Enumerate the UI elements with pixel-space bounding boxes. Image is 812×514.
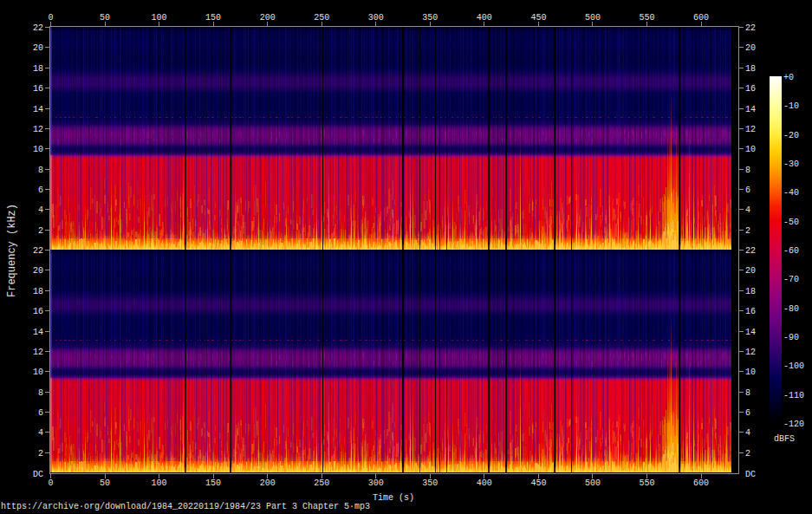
svg-text:450: 450: [530, 13, 546, 23]
svg-text:-110: -110: [783, 391, 804, 400]
svg-text:6: 6: [745, 185, 750, 195]
svg-text:8: 8: [38, 388, 43, 398]
svg-text:22: 22: [745, 246, 756, 256]
svg-text:350: 350: [422, 478, 438, 488]
svg-text:-120: -120: [783, 420, 804, 429]
svg-text:16: 16: [33, 307, 43, 316]
svg-text:-80: -80: [783, 304, 799, 314]
svg-text:4: 4: [745, 205, 750, 215]
svg-text:22: 22: [745, 23, 756, 33]
svg-text:18: 18: [745, 287, 756, 296]
svg-text:50: 50: [100, 13, 110, 23]
svg-text:-100: -100: [783, 361, 804, 371]
svg-text:500: 500: [585, 478, 601, 488]
svg-text:8: 8: [745, 388, 750, 398]
svg-text:150: 150: [205, 478, 221, 488]
svg-text:450: 450: [530, 478, 546, 488]
svg-text:https://archive·org/download/1: https://archive·org/download/1984_202201…: [1, 502, 370, 511]
svg-text:8: 8: [745, 166, 750, 175]
svg-text:8: 8: [38, 166, 43, 175]
svg-text:14: 14: [745, 328, 756, 337]
svg-text:16: 16: [33, 84, 43, 94]
svg-text:200: 200: [260, 13, 276, 23]
svg-text:0: 0: [48, 13, 53, 23]
svg-text:12: 12: [745, 125, 756, 134]
svg-text:20: 20: [745, 43, 756, 53]
svg-text:100: 100: [152, 13, 167, 23]
svg-text:550: 550: [639, 478, 654, 488]
svg-text:-20: -20: [783, 131, 799, 140]
svg-text:Frequency (kHz): Frequency (kHz): [6, 204, 18, 297]
svg-text:300: 300: [368, 478, 384, 488]
svg-text:14: 14: [33, 105, 43, 114]
svg-text:10: 10: [33, 145, 43, 154]
svg-text:200: 200: [260, 478, 276, 488]
svg-text:50: 50: [100, 478, 110, 488]
svg-text:500: 500: [585, 13, 601, 23]
svg-text:-90: -90: [783, 333, 799, 342]
svg-text:2: 2: [745, 226, 750, 236]
svg-text:dBFS: dBFS: [774, 434, 795, 444]
svg-text:DC: DC: [33, 470, 43, 479]
svg-text:100: 100: [152, 478, 167, 488]
svg-text:-50: -50: [783, 218, 799, 227]
svg-text:4: 4: [38, 205, 43, 215]
svg-text:6: 6: [38, 185, 43, 195]
svg-text:250: 250: [314, 478, 329, 488]
svg-text:600: 600: [693, 13, 709, 23]
svg-text:-30: -30: [783, 159, 799, 169]
svg-text:20: 20: [33, 43, 43, 53]
svg-text:20: 20: [745, 266, 756, 276]
svg-text:Time (s): Time (s): [373, 493, 414, 503]
svg-text:18: 18: [33, 287, 43, 296]
svg-text:DC: DC: [745, 470, 756, 479]
svg-text:20: 20: [33, 266, 43, 276]
svg-text:16: 16: [745, 84, 756, 94]
svg-text:250: 250: [314, 13, 329, 23]
svg-text:2: 2: [38, 449, 43, 459]
svg-text:6: 6: [38, 408, 43, 418]
svg-text:400: 400: [477, 478, 492, 488]
svg-text:10: 10: [33, 368, 43, 377]
svg-text:4: 4: [38, 428, 43, 438]
svg-text:2: 2: [38, 226, 43, 236]
svg-text:4: 4: [745, 428, 750, 438]
svg-text:150: 150: [205, 13, 221, 23]
svg-text:-70: -70: [783, 275, 799, 284]
svg-text:300: 300: [368, 13, 384, 23]
svg-text:6: 6: [745, 408, 750, 418]
svg-text:18: 18: [745, 64, 756, 74]
svg-text:22: 22: [33, 23, 43, 33]
svg-text:600: 600: [693, 478, 709, 488]
svg-text:+0: +0: [783, 73, 794, 82]
svg-text:12: 12: [33, 125, 43, 134]
svg-text:-40: -40: [783, 188, 799, 198]
svg-text:18: 18: [33, 64, 43, 74]
svg-text:12: 12: [33, 348, 43, 357]
svg-text:400: 400: [477, 13, 492, 23]
svg-text:0: 0: [48, 478, 53, 488]
svg-text:12: 12: [745, 348, 756, 357]
svg-text:22: 22: [33, 246, 43, 256]
svg-text:10: 10: [745, 368, 756, 377]
svg-text:350: 350: [422, 13, 438, 23]
svg-text:16: 16: [745, 307, 756, 316]
svg-text:-60: -60: [783, 246, 799, 256]
svg-text:10: 10: [745, 145, 756, 154]
svg-text:550: 550: [639, 13, 654, 23]
svg-text:-10: -10: [783, 101, 799, 111]
svg-text:2: 2: [745, 449, 750, 459]
svg-text:14: 14: [745, 105, 756, 114]
svg-text:14: 14: [33, 328, 43, 337]
